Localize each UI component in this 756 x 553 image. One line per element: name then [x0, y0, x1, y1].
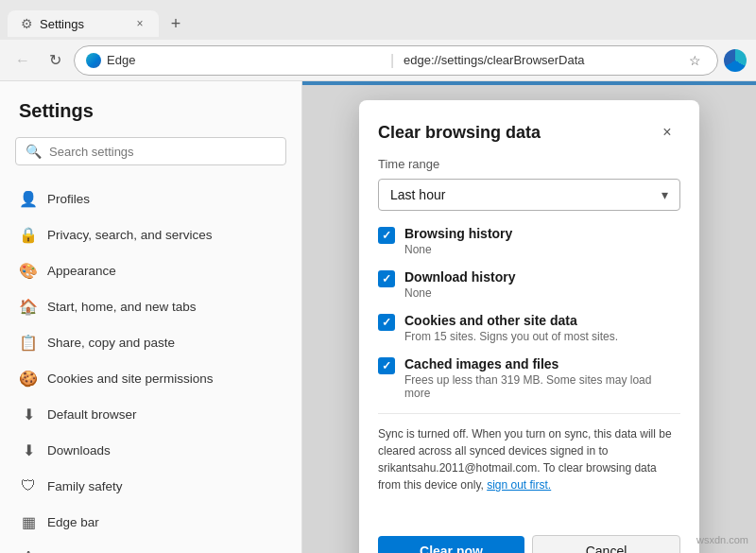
new-tab-button[interactable]: + [163, 10, 189, 37]
time-range-select[interactable]: Last hour ▾ [378, 179, 680, 211]
cancel-button[interactable]: Cancel [532, 535, 680, 553]
tab-favicon: ⚙ [19, 16, 34, 31]
time-range-value: Last hour [390, 187, 445, 202]
checkbox-check-icon-cached-images: ✓ [382, 359, 391, 372]
select-arrow-icon: ▾ [662, 187, 668, 202]
sidebar-item-icon-privacy: 🔒 [19, 225, 38, 244]
checkbox-browsing-history[interactable]: ✓ [378, 227, 395, 244]
checkbox-item-cookies: ✓ Cookies and other site data From 15 si… [378, 313, 680, 343]
sidebar-item-family-safety[interactable]: 🛡 Family safety [0, 468, 301, 504]
checkbox-item-cached-images: ✓ Cached images and files Frees up less … [378, 356, 680, 400]
dialog-title: Clear browsing data [378, 123, 541, 143]
sidebar-item-label-appearance: Appearance [47, 264, 116, 278]
tab-close-button[interactable]: × [132, 16, 147, 31]
checkbox-check-icon-download-history: ✓ [382, 272, 391, 285]
sidebar-item-downloads[interactable]: ⬇ Downloads [0, 432, 301, 468]
edge-favicon-icon [86, 53, 101, 68]
watermark: wsxdn.com [696, 534, 748, 545]
settings-tab[interactable]: ⚙ Settings × [8, 10, 159, 37]
checkbox-label-cookies: Cookies and other site data [404, 313, 680, 328]
main-area: Clear browsing data × Time range Last ho… [302, 81, 756, 553]
sync-notice: Sync is turned off. When you turn on syn… [378, 413, 680, 493]
time-range-label: Time range [378, 157, 680, 171]
checkbox-sub-browsing-history: None [404, 243, 680, 256]
sidebar-item-cookies[interactable]: 🍪 Cookies and site permissions [0, 360, 301, 396]
sidebar-item-icon-downloads: ⬇ [19, 441, 38, 459]
tab-bar: ⚙ Settings × + [0, 0, 756, 40]
checkbox-cached-images[interactable]: ✓ [378, 357, 395, 374]
tab-title: Settings [40, 17, 127, 31]
checkbox-text-download-history: Download history None [404, 269, 680, 300]
checkbox-check-icon-browsing-history: ✓ [382, 229, 391, 242]
address-separator: | [390, 52, 394, 69]
sidebar-item-icon-languages: A [19, 548, 38, 553]
sidebar-item-label-share-copy: Share, copy and paste [47, 336, 175, 350]
favorites-icon[interactable]: ☆ [683, 49, 706, 72]
sidebar-item-default-browser[interactable]: ⬇ Default browser [0, 396, 301, 432]
sign-out-link[interactable]: sign out first. [487, 478, 551, 492]
search-input[interactable] [49, 145, 276, 159]
refresh-button[interactable]: ↻ [42, 47, 68, 74]
sidebar-item-label-profiles: Profiles [47, 192, 90, 206]
sidebar-items: 👤 Profiles 🔒 Privacy, search, and servic… [0, 181, 301, 553]
sidebar-item-label-cookies: Cookies and site permissions [47, 372, 214, 386]
sidebar-item-label-start-home: Start, home, and new tabs [47, 300, 197, 314]
checkbox-item-download-history: ✓ Download history None [378, 269, 680, 300]
checkbox-download-history[interactable]: ✓ [378, 270, 395, 287]
sidebar: Settings 🔍 👤 Profiles 🔒 Privacy, search,… [0, 81, 302, 553]
checkbox-sub-cached-images: Frees up less than 319 MB. Some sites ma… [404, 373, 680, 400]
checkbox-text-cached-images: Cached images and files Frees up less th… [404, 356, 680, 400]
clear-browsing-data-dialog: Clear browsing data × Time range Last ho… [359, 100, 699, 553]
clear-now-button[interactable]: Clear now [378, 536, 524, 553]
sidebar-item-icon-start-home: 🏠 [19, 297, 38, 316]
sidebar-item-icon-default-browser: ⬇ [19, 405, 38, 423]
address-bar-row: ← ↻ Edge | edge://settings/clearBrowserD… [0, 40, 756, 81]
sidebar-item-icon-cookies: 🍪 [19, 369, 38, 388]
address-prefix: Edge [107, 53, 381, 67]
sidebar-item-appearance[interactable]: 🎨 Appearance [0, 252, 301, 288]
checkbox-sub-cookies: From 15 sites. Signs you out of most sit… [404, 330, 680, 343]
sidebar-item-icon-share-copy: 📋 [19, 333, 38, 352]
search-box[interactable]: 🔍 [15, 137, 286, 165]
checkbox-items: ✓ Browsing history None ✓ Download histo… [378, 226, 680, 400]
dialog-header: Clear browsing data × [359, 100, 699, 157]
dialog-body: Time range Last hour ▾ ✓ Browsing histor… [359, 157, 699, 524]
checkbox-label-download-history: Download history [404, 269, 680, 285]
back-button[interactable]: ← [9, 47, 36, 74]
checkbox-label-browsing-history: Browsing history [404, 226, 680, 241]
search-icon: 🔍 [26, 144, 42, 159]
checkbox-text-browsing-history: Browsing history None [404, 226, 680, 256]
sidebar-item-start-home[interactable]: 🏠 Start, home, and new tabs [0, 288, 301, 324]
sidebar-item-privacy[interactable]: 🔒 Privacy, search, and services [0, 216, 301, 252]
checkbox-cookies[interactable]: ✓ [378, 314, 395, 331]
sidebar-item-profiles[interactable]: 👤 Profiles [0, 181, 301, 216]
checkbox-item-browsing-history: ✓ Browsing history None [378, 226, 680, 256]
sidebar-item-icon-profiles: 👤 [19, 189, 38, 208]
sidebar-item-languages[interactable]: A Languages [0, 540, 301, 553]
browser-chrome: ⚙ Settings × + ← ↻ Edge | edge://setting… [0, 0, 756, 81]
sidebar-item-label-default-browser: Default browser [47, 407, 137, 422]
page-content: Settings 🔍 👤 Profiles 🔒 Privacy, search,… [0, 81, 756, 553]
checkbox-label-cached-images: Cached images and files [404, 356, 680, 372]
dialog-footer: Clear now Cancel [359, 524, 699, 553]
address-bar-actions: ☆ [683, 49, 706, 72]
dialog-close-button[interactable]: × [654, 119, 680, 146]
settings-gear-icon: ⚙ [21, 16, 33, 31]
sidebar-item-share-copy[interactable]: 📋 Share, copy and paste [0, 324, 301, 360]
sidebar-item-label-privacy: Privacy, search, and services [47, 228, 213, 242]
checkbox-check-icon-cookies: ✓ [382, 316, 391, 329]
checkbox-text-cookies: Cookies and other site data From 15 site… [404, 313, 680, 343]
dialog-backdrop: Clear browsing data × Time range Last ho… [302, 81, 756, 553]
address-bar[interactable]: Edge | edge://settings/clearBrowserData … [74, 45, 718, 76]
sidebar-item-label-edge-bar: Edge bar [47, 515, 99, 529]
sidebar-item-edge-bar[interactable]: ▦ Edge bar [0, 504, 301, 540]
sidebar-item-label-downloads: Downloads [47, 443, 111, 458]
checkbox-sub-download-history: None [404, 286, 680, 300]
sidebar-item-icon-appearance: 🎨 [19, 261, 38, 280]
sidebar-item-label-family-safety: Family safety [47, 479, 123, 493]
sidebar-item-icon-family-safety: 🛡 [19, 476, 38, 495]
address-url: edge://settings/clearBrowserData [404, 53, 678, 67]
edge-profile-icon[interactable] [724, 49, 747, 72]
sidebar-item-icon-edge-bar: ▦ [19, 512, 38, 531]
sidebar-title: Settings [0, 100, 301, 137]
